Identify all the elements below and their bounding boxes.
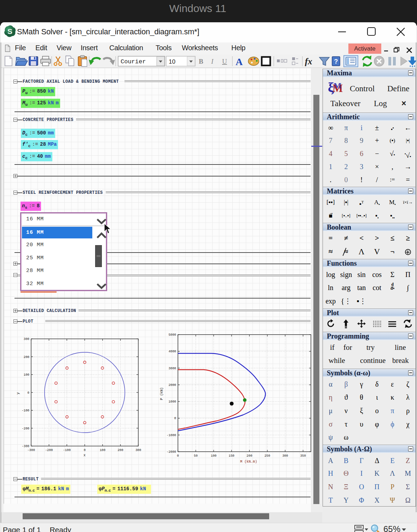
svg-text:I: I: [211, 58, 214, 65]
svg-text:350: 350: [300, 454, 306, 458]
svg-text:-300: -300: [22, 445, 29, 448]
svg-text:65%: 65%: [383, 524, 400, 532]
svg-text:1000: 1000: [168, 400, 176, 404]
svg-text:0: 0: [174, 417, 176, 420]
svg-text:-1000: -1000: [167, 434, 176, 437]
svg-text:5000: 5000: [168, 333, 176, 337]
svg-text:4000: 4000: [168, 350, 176, 353]
svg-text:U: U: [222, 58, 227, 65]
svg-text:-2000: -2000: [167, 450, 176, 454]
svg-text:100: 100: [24, 373, 29, 377]
svg-text:?: ?: [334, 58, 338, 65]
svg-text:-100: -100: [63, 449, 71, 452]
svg-text:300: 300: [135, 449, 141, 452]
svg-text:200: 200: [247, 454, 252, 458]
svg-text:x: x: [83, 453, 86, 457]
svg-text:Courier: Courier: [121, 58, 146, 65]
svg-text:0: 0: [84, 449, 86, 452]
svg-text:100: 100: [100, 449, 105, 452]
svg-text:200: 200: [24, 355, 29, 359]
svg-text:P (kN): P (kN): [160, 387, 164, 400]
svg-text:100: 100: [211, 454, 216, 458]
svg-text:fx: fx: [305, 57, 312, 66]
svg-text:3000: 3000: [168, 367, 176, 370]
svg-text:-200: -200: [45, 449, 53, 452]
svg-text:-100: -100: [22, 409, 29, 412]
svg-text:200: 200: [117, 449, 123, 452]
svg-text:50: 50: [194, 454, 198, 458]
svg-text:0: 0: [177, 454, 179, 458]
svg-text:A: A: [236, 56, 243, 67]
svg-text:0: 0: [28, 391, 29, 395]
svg-text:M (kN.m): M (kN.m): [240, 460, 257, 464]
svg-text:B: B: [199, 58, 203, 65]
svg-text:y: y: [16, 392, 20, 394]
svg-text:-200: -200: [22, 427, 29, 430]
svg-text:250: 250: [265, 454, 270, 458]
svg-text:300: 300: [282, 454, 288, 458]
svg-text:2000: 2000: [168, 383, 176, 387]
svg-text:-300: -300: [27, 449, 35, 452]
svg-text:S: S: [7, 27, 12, 35]
svg-text:150: 150: [228, 454, 234, 458]
svg-text:300: 300: [24, 337, 29, 341]
svg-text:10: 10: [169, 58, 175, 65]
